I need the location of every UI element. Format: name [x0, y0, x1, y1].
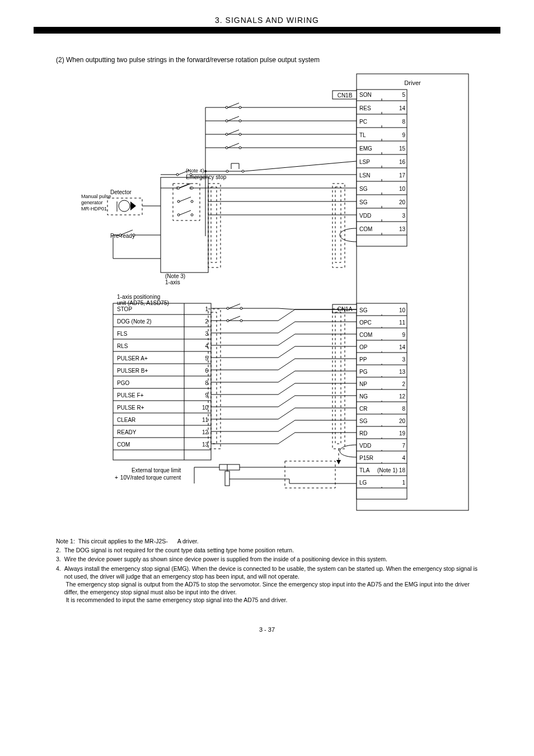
svg-text:CR: CR — [359, 406, 367, 412]
svg-point-88 — [119, 200, 130, 212]
mpg-label: Manual pulsegeneratorMR-HDP01 — [81, 194, 111, 212]
svg-point-198 — [227, 320, 229, 322]
svg-text:14: 14 — [399, 344, 406, 350]
svg-text:RD: RD — [359, 430, 367, 436]
cn1b-pin-20: 20 — [399, 199, 406, 205]
svg-rect-139 — [285, 461, 335, 488]
svg-text:OP: OP — [359, 344, 368, 350]
cn1b-label: CN1B — [338, 92, 353, 98]
svg-text:7: 7 — [402, 443, 405, 449]
svg-rect-187 — [208, 184, 221, 267]
wiring-diagram: Driver CN1B SON5RES14PC8TL9EMG15LSP16LSN… — [0, 68, 534, 529]
svg-line-157 — [244, 161, 357, 171]
svg-point-199 — [240, 320, 242, 322]
pos-unit-label: 1-axis positioningunit (AD75, A1SD75) — [117, 294, 169, 306]
svg-line-151 — [228, 130, 239, 134]
svg-text:1: 1 — [402, 480, 405, 486]
cn1b-name-PC: PC — [359, 119, 367, 125]
svg-text:PULSE R+: PULSE R+ — [117, 405, 144, 411]
svg-text:OPC: OPC — [359, 320, 372, 326]
svg-text:DOG (Note 2): DOG (Note 2) — [117, 318, 152, 325]
svg-rect-137 — [225, 471, 229, 486]
cn1b-pin-10: 10 — [399, 186, 406, 192]
svg-point-150 — [239, 133, 241, 135]
preready-label: Pre-ready — [110, 233, 135, 239]
svg-line-147 — [228, 116, 239, 121]
svg-rect-87 — [161, 177, 208, 273]
svg-rect-190 — [335, 187, 341, 262]
svg-marker-202 — [336, 460, 341, 464]
svg-text:TLA: TLA — [359, 467, 370, 473]
svg-text:VDD: VDD — [359, 443, 371, 449]
svg-point-94 — [119, 234, 121, 236]
svg-text:PULSE F+: PULSE F+ — [117, 392, 144, 398]
svg-line-143 — [228, 103, 239, 107]
cn1b-name-VDD: VDD — [359, 213, 371, 219]
page-subtitle: (2) When outputting two pulse strings in… — [56, 56, 534, 64]
cn1b-name-SG: SG — [359, 186, 368, 192]
cn1b-name-SG: SG — [359, 199, 368, 205]
svg-text:12: 12 — [202, 429, 209, 435]
svg-text:PGO: PGO — [117, 380, 129, 386]
cn1b-pin-9: 9 — [402, 132, 405, 138]
driver-label: Driver — [404, 79, 421, 86]
svg-text:8: 8 — [402, 406, 405, 412]
svg-text:13: 13 — [202, 442, 209, 448]
svg-point-173 — [191, 187, 193, 189]
svg-marker-91 — [130, 201, 136, 210]
header-divider — [34, 27, 500, 34]
svg-text:PULSER B+: PULSER B+ — [117, 368, 148, 374]
svg-rect-136 — [219, 464, 240, 470]
svg-point-183 — [242, 170, 244, 172]
svg-text:4: 4 — [402, 455, 405, 461]
svg-text:CLEAR: CLEAR — [117, 417, 135, 423]
note3-label: 3. — [56, 555, 61, 563]
svg-point-179 — [191, 214, 193, 216]
svg-text:20: 20 — [399, 418, 406, 424]
svg-line-155 — [228, 143, 239, 148]
notes-block: Note 1:This circuit applies to the MR-J2… — [56, 537, 478, 604]
svg-point-142 — [239, 106, 241, 109]
svg-rect-193 — [332, 309, 345, 449]
svg-point-195 — [227, 307, 229, 309]
svg-rect-192 — [211, 312, 217, 444]
svg-point-154 — [239, 147, 241, 149]
svg-rect-189 — [332, 184, 345, 267]
note1-text: This circuit applies to the MR-J2S- A dr… — [78, 537, 478, 545]
note4-ref: (Note 4) — [186, 168, 204, 173]
svg-rect-194 — [335, 312, 341, 444]
svg-text:9: 9 — [402, 332, 405, 338]
svg-text:PP: PP — [359, 356, 367, 363]
svg-point-172 — [177, 187, 180, 189]
svg-line-200 — [229, 316, 240, 321]
oneaxis-label: (Note 3)1-axis — [165, 273, 185, 285]
estop-label: Emergency stop — [186, 174, 227, 180]
cn1b-name-TL: TL — [359, 132, 366, 138]
svg-text:NG: NG — [359, 393, 368, 400]
svg-rect-188 — [211, 187, 217, 262]
svg-text:PULSER A+: PULSER A+ — [117, 355, 148, 361]
cn1b-pin-15: 15 — [399, 145, 406, 152]
svg-text:10: 10 — [399, 307, 406, 313]
svg-point-153 — [226, 147, 228, 149]
cn1b-pin-3: 3 — [402, 213, 405, 219]
svg-text:SG: SG — [359, 418, 368, 424]
note3-text: Wire the device power supply as shown si… — [64, 555, 478, 563]
svg-text:SG: SG — [359, 307, 368, 313]
page-header-title: 3. SIGNALS AND WIRING — [0, 16, 534, 25]
cn1b-name-EMG: EMG — [359, 145, 372, 152]
cn1b-name-COM: COM — [359, 226, 372, 232]
cn1b-pin-8: 8 — [402, 119, 405, 125]
note2-label: 2. — [56, 546, 61, 554]
cn1b-pin-13: 13 — [399, 226, 406, 232]
svg-point-95 — [133, 234, 135, 236]
page-number: 3 - 37 — [0, 626, 534, 633]
svg-text:13: 13 — [399, 369, 406, 375]
svg-text:11: 11 — [202, 417, 209, 423]
svg-text:P15R: P15R — [359, 455, 373, 461]
svg-text:12: 12 — [399, 393, 406, 400]
svg-text:COM: COM — [117, 442, 130, 448]
svg-text:COM: COM — [359, 332, 372, 338]
svg-text:LG: LG — [359, 480, 367, 486]
svg-point-178 — [177, 214, 180, 216]
